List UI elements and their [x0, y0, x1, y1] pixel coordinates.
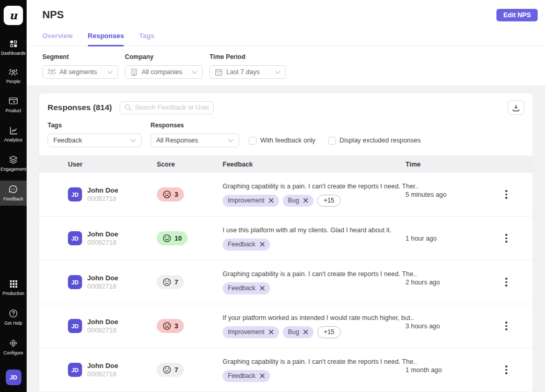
tag-chip[interactable]: Improvement — [223, 195, 279, 207]
responses-filter-row: Tags Feedback Responses All Responses — [39, 115, 532, 155]
column-header-score: Score — [157, 161, 223, 168]
feedback-cell: Graphing capability is a pain. I can't c… — [223, 358, 405, 382]
main-area: NPS Edit NPS Overview Responses Tags Seg… — [27, 0, 545, 392]
sidebar-item-production[interactable]: Production — [0, 276, 27, 300]
more-tags-pill[interactable]: +15 — [317, 326, 340, 338]
remove-tag-icon[interactable] — [260, 286, 265, 291]
score-pill: 7 — [157, 275, 184, 289]
sidebar-item-people[interactable]: People — [0, 65, 27, 88]
table-row: JD John Doe 00092718 3 If your platform … — [39, 304, 532, 348]
remove-tag-icon[interactable] — [303, 329, 308, 335]
display-excluded-checkbox-group: Display excluded responses — [328, 134, 421, 147]
app-logo[interactable]: u — [4, 6, 23, 25]
row-actions-menu[interactable] — [503, 276, 509, 289]
with-feedback-checkbox[interactable] — [249, 137, 257, 145]
tag-chip[interactable]: Feedback — [223, 370, 270, 382]
display-excluded-checkbox[interactable] — [328, 137, 336, 145]
time-value: 5 minutes ago — [405, 191, 480, 198]
edit-nps-button[interactable]: Edit NPS — [496, 9, 538, 21]
sidebar-item-feedback[interactable]: Feedback — [0, 181, 27, 206]
tag-list: Feedback — [223, 239, 405, 251]
sidebar-item-label: Dashboards — [1, 51, 26, 56]
table-body: JD John Doe 00092718 3 Graphing capabili… — [39, 173, 532, 392]
company-icon — [130, 68, 138, 76]
time-period-filter-label: Time Period — [210, 53, 286, 61]
row-actions-menu[interactable] — [503, 188, 509, 201]
table-row: JD John Doe 00092718 3 Graphing capabili… — [39, 173, 532, 217]
score-pill: 3 — [157, 319, 184, 333]
sentiment-face-icon — [163, 190, 171, 199]
user-avatar[interactable]: JD — [6, 370, 21, 385]
remove-tag-icon[interactable] — [303, 198, 308, 203]
people-icon — [9, 69, 18, 76]
row-actions-menu[interactable] — [503, 232, 509, 245]
tab-overview[interactable]: Overview — [42, 32, 73, 46]
responses-card: Responses (814) — [39, 93, 532, 392]
time-value: 3 hours ago — [405, 323, 480, 330]
time-period-dropdown[interactable]: Last 7 days — [210, 65, 286, 79]
tag-chip[interactable]: Feedback — [223, 239, 270, 251]
company-filter-label: Company — [125, 53, 203, 61]
remove-tag-icon[interactable] — [260, 242, 265, 247]
tag-list: Feedback — [223, 370, 405, 382]
sidebar-item-engagement[interactable]: Engagement — [0, 151, 27, 176]
tag-label: Feedback — [228, 284, 256, 292]
user-id: 00092718 — [87, 195, 118, 203]
sidebar-item-configure[interactable]: Configure — [0, 335, 27, 360]
sentiment-face-icon — [163, 322, 171, 330]
search-input[interactable] — [135, 104, 209, 111]
analytics-icon — [9, 126, 18, 135]
dashboards-icon — [9, 40, 18, 48]
score-value: 10 — [175, 235, 182, 242]
download-button[interactable] — [508, 100, 524, 115]
row-actions-menu[interactable] — [503, 319, 509, 332]
avatar: JD — [68, 363, 82, 377]
help-icon — [9, 309, 18, 318]
avatar: JD — [68, 319, 82, 333]
tag-chip[interactable]: Bug — [283, 326, 314, 338]
tags-filter-label: Tags — [48, 122, 142, 129]
remove-tag-icon[interactable] — [269, 329, 274, 335]
user-cell: JD John Doe 00092718 — [68, 230, 157, 246]
user-cell: JD John Doe 00092718 — [68, 318, 157, 334]
time-value: 1 month ago — [405, 366, 480, 374]
score-value: 7 — [175, 279, 178, 286]
company-value: All companies — [142, 68, 182, 76]
tags-dropdown[interactable]: Feedback — [48, 134, 142, 147]
tag-label: Bug — [288, 328, 299, 336]
user-name: John Doe — [87, 274, 118, 282]
sidebar-item-product[interactable]: Product — [0, 93, 27, 117]
tag-chip[interactable]: Improvement — [223, 326, 279, 338]
tab-tags[interactable]: Tags — [139, 32, 154, 46]
responses-dropdown[interactable]: All Responses — [150, 134, 239, 147]
more-tags-pill[interactable]: +15 — [317, 195, 340, 207]
sidebar-item-label: Analytics — [4, 137, 22, 142]
engagement-icon — [9, 156, 18, 164]
responses-card-header: Responses (814) — [39, 93, 532, 115]
download-icon — [512, 104, 520, 112]
sidebar-item-get-help[interactable]: Get Help — [0, 305, 27, 330]
user-id: 00092718 — [87, 239, 118, 246]
display-excluded-label: Display excluded responses — [340, 137, 421, 144]
search-icon — [124, 104, 132, 111]
segment-dropdown[interactable]: All segments — [42, 65, 118, 79]
sidebar-nav: DashboardsPeopleProductAnalyticsEngageme… — [0, 35, 27, 210]
remove-tag-icon[interactable] — [260, 373, 265, 378]
row-actions-menu[interactable] — [503, 363, 509, 376]
remove-tag-icon[interactable] — [269, 198, 274, 203]
tag-chip[interactable]: Bug — [283, 195, 314, 207]
sidebar-item-dashboards[interactable]: Dashboards — [0, 35, 27, 60]
tag-chip[interactable]: Feedback — [223, 282, 270, 294]
avatar: JD — [68, 231, 82, 245]
feedback-cell: I use this platform with all my clients.… — [223, 227, 405, 251]
user-name: John Doe — [87, 230, 118, 238]
user-cell: JD John Doe 00092718 — [68, 362, 157, 378]
time-period-filter: Time Period Last 7 days — [210, 53, 286, 79]
company-dropdown[interactable]: All companies — [125, 65, 203, 79]
tag-label: Feedback — [228, 372, 256, 379]
chevron-down-icon — [228, 139, 234, 142]
configure-icon — [9, 339, 18, 348]
tag-label: Bug — [288, 197, 299, 204]
tab-responses[interactable]: Responses — [88, 32, 124, 46]
sidebar-item-analytics[interactable]: Analytics — [0, 122, 27, 147]
